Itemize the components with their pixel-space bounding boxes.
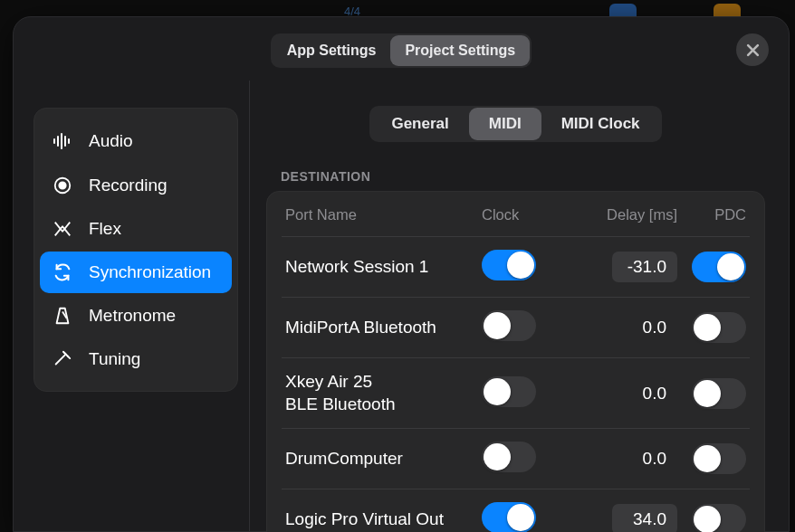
sub-tab-2[interactable]: MIDI Clock <box>541 108 660 140</box>
pdc-switch[interactable] <box>692 504 746 532</box>
col-delay: Delay [ms] <box>569 206 677 223</box>
delay-cell: 0.0 <box>569 443 677 474</box>
metronome-icon <box>51 306 74 326</box>
sidebar-item-sync[interactable]: Synchronization <box>40 252 232 293</box>
delay-value: 0.0 <box>643 378 677 409</box>
pdc-cell <box>683 378 746 409</box>
clock-switch[interactable] <box>482 376 536 407</box>
sidebar: AudioRecordingFlexSynchronizationMetrono… <box>14 81 249 531</box>
sidebar-item-flex[interactable]: Flex <box>40 208 232 250</box>
destination-row: MidiPortA Bluetooth0.0 <box>282 298 750 358</box>
sidebar-item-label: Metronome <box>89 306 176 326</box>
destination-row: DrumComputer0.0 <box>282 429 750 489</box>
sidebar-item-label: Recording <box>89 176 168 195</box>
col-port: Port Name <box>285 206 476 223</box>
sub-tab-1[interactable]: MIDI <box>469 108 541 140</box>
delay-value: 0.0 <box>643 443 677 474</box>
section-title: DESTINATION <box>266 169 765 184</box>
destination-row: Logic Pro Virtual Out34.0 <box>282 489 750 532</box>
clock-cell <box>482 250 563 284</box>
port-name: DrumComputer <box>285 448 476 470</box>
top-tab-1[interactable]: Project Settings <box>390 35 530 66</box>
delay-cell: -31.0 <box>569 252 677 282</box>
sidebar-item-tuning[interactable]: Tuning <box>40 338 232 380</box>
sidebar-item-label: Audio <box>89 131 133 151</box>
sidebar-item-recording[interactable]: Recording <box>40 165 232 206</box>
sidebar-item-label: Synchronization <box>89 262 211 282</box>
sidebar-item-label: Flex <box>89 219 121 239</box>
top-tabs: App SettingsProject Settings <box>271 33 532 68</box>
port-name: Logic Pro Virtual Out <box>285 508 476 531</box>
sidebar-card: AudioRecordingFlexSynchronizationMetrono… <box>34 108 238 392</box>
col-pdc: PDC <box>683 206 746 223</box>
settings-sheet: App SettingsProject Settings AudioRecord… <box>13 16 790 532</box>
pdc-cell <box>683 312 746 343</box>
audio-icon <box>51 130 74 152</box>
close-button[interactable] <box>736 33 769 66</box>
close-icon <box>746 43 760 57</box>
pdc-cell <box>683 443 746 474</box>
sheet-header: App SettingsProject Settings <box>14 17 789 81</box>
top-tab-0[interactable]: App Settings <box>273 35 391 66</box>
port-name: MidiPortA Bluetooth <box>285 317 476 339</box>
sync-icon <box>51 262 74 282</box>
sub-tabs: GeneralMIDIMIDI Clock <box>369 106 661 142</box>
tuning-icon <box>51 349 74 369</box>
destination-row: Network Session 1-31.0 <box>282 237 750 298</box>
sub-tab-0[interactable]: General <box>371 108 468 140</box>
content-pane: GeneralMIDIMIDI Clock DESTINATION Port N… <box>249 81 789 531</box>
pdc-switch[interactable] <box>692 312 746 343</box>
clock-cell <box>482 376 563 411</box>
clock-switch[interactable] <box>482 310 536 341</box>
sidebar-item-label: Tuning <box>89 349 140 369</box>
delay-cell: 0.0 <box>569 378 677 409</box>
pdc-switch[interactable] <box>692 378 746 409</box>
pdc-switch[interactable] <box>692 252 746 282</box>
port-name: Network Session 1 <box>285 256 476 279</box>
clock-cell <box>482 310 563 345</box>
col-clock: Clock <box>482 206 563 223</box>
clock-cell <box>482 442 563 476</box>
pdc-cell <box>683 504 746 532</box>
destination-row: Xkey Air 25BLE Bluetooth0.0 <box>282 358 750 429</box>
clock-cell <box>482 502 563 532</box>
sub-tabs-wrap: GeneralMIDIMIDI Clock <box>266 106 765 142</box>
sidebar-item-audio[interactable]: Audio <box>40 119 232 163</box>
pdc-switch[interactable] <box>692 443 746 474</box>
delay-cell: 0.0 <box>569 312 677 343</box>
port-name: Xkey Air 25BLE Bluetooth <box>285 371 476 415</box>
delay-cell: 34.0 <box>569 504 677 532</box>
sheet-body: AudioRecordingFlexSynchronizationMetrono… <box>14 81 789 531</box>
pdc-cell <box>683 252 746 282</box>
clock-switch[interactable] <box>482 250 536 280</box>
delay-value[interactable]: -31.0 <box>612 252 677 282</box>
clock-switch[interactable] <box>482 442 536 472</box>
svg-point-8 <box>59 182 65 188</box>
clock-switch[interactable] <box>482 502 536 532</box>
delay-value[interactable]: 34.0 <box>612 504 677 532</box>
flex-icon <box>51 219 74 239</box>
sidebar-item-metronome[interactable]: Metronome <box>40 295 232 337</box>
destination-card: Port Name Clock Delay [ms] PDC Network S… <box>266 191 765 532</box>
delay-value: 0.0 <box>643 312 677 343</box>
destination-header: Port Name Clock Delay [ms] PDC <box>282 192 750 237</box>
record-icon <box>51 176 74 195</box>
